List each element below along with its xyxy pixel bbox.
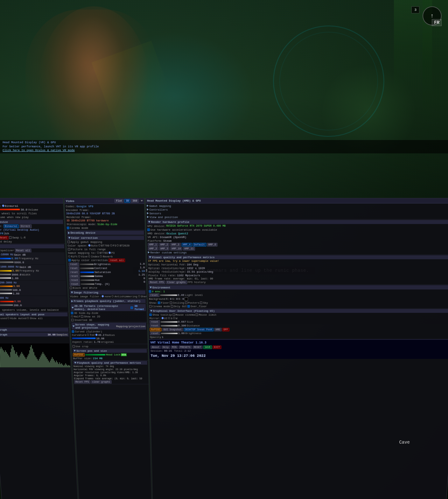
about-btn[interactable]: About [150,345,161,349]
sensors-nav[interactable]: Sensors [149,211,161,215]
apply-color-checkbox[interactable] [68,259,71,261]
size-slider[interactable] [160,321,177,322]
output-device-title[interactable]: Output device [0,220,63,224]
reset-temp-btn[interactable]: reset [69,282,80,285]
render-hardware-title[interactable]: Render hardware profile [147,220,448,224]
inverted-3d-checkbox[interactable] [71,319,74,321]
fov-slider[interactable] [72,337,96,339]
reset-hue-btn[interactable]: reset [69,278,80,282]
half-radio[interactable] [71,315,73,317]
high-mid-freq-slider[interactable] [0,274,11,275]
save-btn[interactable]: SAVE [203,345,212,349]
reset-fps-video-btn[interactable]: Reset FPS [74,380,90,383]
head-lock-slider[interactable] [85,354,105,355]
high-mid-width-slider[interactable] [0,277,11,279]
high-mid-gain-slider[interactable] [0,270,11,271]
mirror-b-radio[interactable] [168,317,170,319]
light-slider[interactable] [160,294,177,295]
color-bt709-radio[interactable] [98,244,101,246]
screen-pos-title[interactable]: Screen pos and size [73,349,147,353]
desktop-sneak-peek-btn[interactable]: DESKTOP Sneak PeeK [184,327,214,331]
reset-gamma-btn[interactable]: reset [69,274,80,278]
rift-radio[interactable] [68,255,70,257]
binaural-radio[interactable] [2,204,4,207]
filter-none-radio[interactable] [102,295,104,297]
video-dropdown-icon[interactable] [141,200,143,201]
mouse-limit-checkbox[interactable] [196,313,198,316]
hmd-btn[interactable]: HMD [214,327,221,331]
reset-brightness-hmd-btn[interactable]: reset [150,331,160,335]
high-freq-slider[interactable] [0,261,14,263]
hmp3b-btn[interactable]: HMP_3 [159,247,170,250]
image-filtering-title[interactable]: Image filtering [70,291,145,294]
color-correction-title[interactable]: Color correction [67,236,144,240]
low-mid-width-slider[interactable] [0,292,12,294]
color-p3-radio[interactable] [110,244,112,246]
env-name-checkbox[interactable] [149,290,151,292]
hmp2-btn[interactable]: HMP_2 [159,242,169,246]
show-sky-checkbox[interactable] [200,301,203,304]
color-bt2020-radio[interactable] [117,244,119,246]
gamma-slider[interactable] [80,275,94,277]
help-btn[interactable]: Help [161,345,170,349]
render-custom-label[interactable]: Render custom settings [150,250,187,254]
hw-accel-checkbox[interactable] [147,228,150,231]
picture-full-checkbox[interactable] [68,248,70,250]
curvature-radio[interactable] [87,334,89,336]
low-mid-gain-slider[interactable] [0,285,13,286]
gamut-mapping-nav[interactable]: Gamut mapping [149,204,171,207]
tab-360[interactable]: 360 [131,199,139,203]
playback-quality-title[interactable]: Playback quality and performance metrics [73,361,147,365]
black-white-checkbox[interactable] [70,286,72,289]
reset-fps-hmd-btn[interactable]: Reset FPS [149,280,165,284]
reverb-radio[interactable] [100,255,102,257]
repose-btn[interactable]: RePOSE [73,353,85,356]
show-ceiling-checkbox[interactable] [170,301,172,304]
reset-all-btn[interactable]: Reset all [15,248,32,252]
cinema-mode-checkbox[interactable] [67,226,69,229]
over-floor-checkbox[interactable] [187,305,190,307]
low-freq-slider[interactable] [0,304,13,306]
tab-flat[interactable]: Flat [115,199,124,203]
brightness-slider[interactable] [80,263,93,265]
default-btn[interactable]: Default [192,242,206,246]
reset-size-btn[interactable]: reset [150,320,160,323]
graph-3d-title[interactable]: 3D Graph [0,328,68,332]
mouse-cinema-checkbox[interactable] [172,313,175,316]
index-radio[interactable] [88,255,90,257]
cinema-mode-env-checkbox[interactable] [149,305,152,307]
reset-distance-btn[interactable]: reset [150,324,160,327]
distance-slider[interactable] [161,325,178,326]
gui-title[interactable]: Graphical User Interface (Floating UI) [149,309,448,313]
controllers-nav[interactable]: Controllers [149,208,168,211]
filter-sharpen-radio[interactable] [138,295,140,297]
fov-radio[interactable] [95,334,97,336]
gamut-p3-radio[interactable] [108,251,111,254]
hmp11-btn[interactable]: HMP_11 [183,247,195,250]
low-mid-freq-slider[interactable] [0,289,12,290]
frames-playback-title[interactable]: Frames playback quality (judder, stutter… [70,299,146,303]
hmp1-btn[interactable]: HMP_1 [148,242,158,246]
curved-checkbox[interactable] [72,330,74,333]
low-gain-slider[interactable] [0,300,14,302]
screen-mapping-title[interactable]: Screen shape, mapping and projection Map… [71,322,146,329]
mirror-ui-radio[interactable] [161,317,163,319]
2d3d-format-checkbox[interactable] [131,306,133,309]
sbs-checkbox[interactable] [71,312,74,314]
direct-btn[interactable]: Direct [19,224,32,228]
color-auto-radio[interactable] [88,244,90,246]
presets-btn[interactable]: PRESETS [178,345,192,349]
show-tooltip-checkbox[interactable] [149,313,152,316]
volume-slider[interactable] [0,208,20,210]
mirror-w-radio[interactable] [173,317,175,319]
reset-vht-btn[interactable]: RESET [192,345,203,349]
hmp2b-btn[interactable]: HMP_2 [148,247,158,250]
reset-brightness-btn[interactable]: reset [68,262,79,266]
exit-btn[interactable]: EXIT [213,345,221,349]
hmp3-btn[interactable]: HMP_3 [170,242,181,246]
show-2d-checkbox[interactable] [81,315,83,318]
temp-slider[interactable] [80,283,94,285]
reset-contrast-btn[interactable]: reset [69,266,79,270]
reset-saturation-btn[interactable]: reset [69,270,79,274]
tab-3d[interactable]: 3D [124,199,130,203]
